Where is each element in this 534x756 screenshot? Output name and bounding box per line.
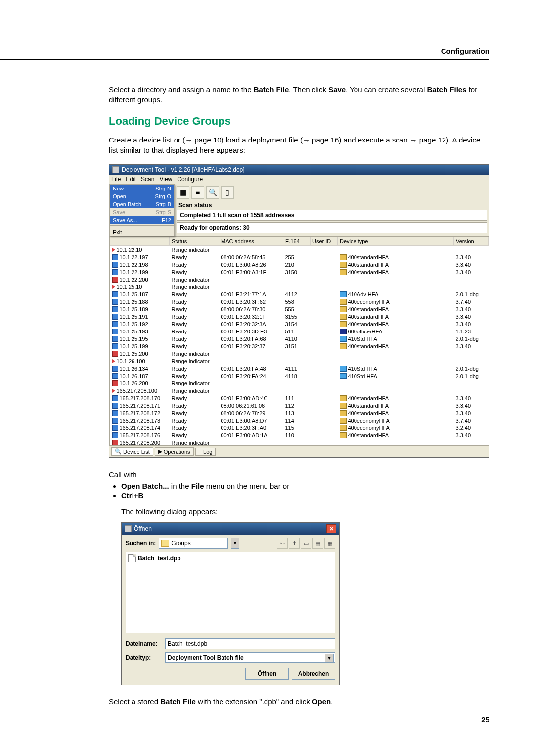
- t: Open: [312, 697, 331, 706]
- scan-status-group: Scan status Completed 1 full scan of 155…: [177, 202, 487, 233]
- menu-item[interactable]: Configure: [177, 176, 203, 183]
- column-header[interactable]: MAC address: [219, 237, 283, 246]
- folder-icon: [161, 540, 169, 547]
- list-item: Open Batch... in the File menu on the me…: [121, 482, 490, 490]
- column-header[interactable]: [110, 237, 170, 246]
- menu-item[interactable]: File: [111, 176, 121, 183]
- file-item[interactable]: Batch_test.dpb: [128, 554, 333, 562]
- table-row[interactable]: 10.1.25.188Ready00:01:E3:20:3F:62558400e…: [110, 298, 489, 305]
- find-icon[interactable]: 🔍: [206, 186, 219, 199]
- table-row[interactable]: 10.1.25.187Ready00:01:E3:21:77:1A4112410…: [110, 290, 489, 298]
- tab[interactable]: 🔍Device List: [111, 447, 153, 456]
- table-row[interactable]: 10.1.22.199Ready00:01:E3:00:A3:1F3150400…: [110, 268, 489, 276]
- table-row[interactable]: 165.217.208.173Ready00:01:E3:00:A8:D7114…: [110, 417, 489, 424]
- dialog-title: Öffnen: [134, 525, 152, 532]
- row-status-icon: [112, 380, 118, 386]
- filename-fields: Dateiname: Batch_test.dpb Dateityp: Depl…: [122, 633, 339, 668]
- dialog-appears: The following dialog appears:: [121, 507, 490, 516]
- open-button[interactable]: Öffnen: [245, 668, 289, 680]
- row-status-icon: [112, 418, 118, 424]
- row-status-icon: [112, 262, 118, 268]
- new-folder-icon[interactable]: ▭: [301, 538, 312, 549]
- call-with: Call with: [109, 470, 490, 480]
- column-header[interactable]: E.164: [283, 237, 311, 246]
- table-row[interactable]: 10.1.22.197Ready08:00:06:2A:58:45255400s…: [110, 253, 489, 261]
- table-row[interactable]: 10.1.25.200Range indicator: [110, 350, 489, 357]
- row-status-icon: [112, 291, 118, 297]
- table-row[interactable]: 10.1.25.10Range indicator: [110, 283, 489, 290]
- menu-option[interactable]: Save As...F12: [110, 216, 174, 224]
- t: .: [331, 697, 333, 706]
- menu-item[interactable]: View: [159, 176, 172, 183]
- t: File: [191, 482, 204, 490]
- tab[interactable]: ≡Log: [195, 448, 216, 456]
- close-icon[interactable]: ✕: [326, 524, 336, 533]
- menu-option[interactable]: OpenStrg-O: [110, 192, 174, 200]
- table-row[interactable]: 165.217.208.172Ready08:00:06:2A:78:29113…: [110, 409, 489, 417]
- list-view-icon[interactable]: ▤: [312, 538, 323, 549]
- t: Batch File: [160, 697, 196, 706]
- menu-option[interactable]: Exit: [110, 228, 174, 236]
- table-row[interactable]: 10.1.26.100Range indicator: [110, 357, 489, 365]
- bottom-tabs[interactable]: 🔍Device List▶Operations≡Log: [109, 445, 489, 457]
- row-status-icon: [112, 432, 118, 438]
- table-row[interactable]: 10.1.25.191Ready00:01:E3:20:32:1F3155400…: [110, 313, 489, 320]
- column-header[interactable]: Status: [170, 237, 219, 246]
- table-row[interactable]: 10.1.25.192Ready00:01:E3:20:32:3A3154400…: [110, 320, 489, 328]
- table-row[interactable]: 10.1.22.10Range indicator: [110, 246, 489, 254]
- menu-item[interactable]: Edit: [126, 176, 136, 183]
- filename-input[interactable]: Batch_test.dpb: [165, 638, 335, 649]
- row-status-icon: [112, 248, 115, 252]
- table-row[interactable]: 10.1.26.134Ready00:01:E3:20:FA:484111410…: [110, 365, 489, 372]
- table-row[interactable]: 10.1.25.199Ready00:01:E3:20:32:373151400…: [110, 342, 489, 350]
- table-row[interactable]: 10.1.26.200Range indicator: [110, 379, 489, 387]
- row-status-icon: [112, 269, 118, 275]
- table-row[interactable]: 165.217.208.176Ready00:01:E3:00:AD:1A110…: [110, 431, 489, 439]
- tab[interactable]: ▶Operations: [155, 447, 194, 456]
- column-header[interactable]: Device type: [338, 237, 454, 246]
- table-row[interactable]: 10.1.25.189Ready08:00:06:2A:78:30555400s…: [110, 305, 489, 313]
- column-header[interactable]: User ID: [311, 237, 338, 246]
- tab-icon: ▶: [158, 448, 162, 455]
- back-icon[interactable]: ⤺: [277, 538, 288, 549]
- row-status-icon: [112, 321, 118, 327]
- toolbar-button[interactable]: ▦: [177, 186, 189, 199]
- t: Batch File: [254, 85, 289, 94]
- table-row[interactable]: 165.217.208.171Ready08:00:06:21:61:06112…: [110, 402, 489, 409]
- toolbar-button[interactable]: ▯: [221, 186, 234, 199]
- table-row[interactable]: 165.217.208.100Range indicator: [110, 387, 489, 394]
- table-row[interactable]: 165.217.208.170Ready00:01:E3:00:AD:4C111…: [110, 394, 489, 402]
- table-row[interactable]: 10.1.25.193Ready00:01:E3:20:3D:E3511600o…: [110, 328, 489, 335]
- row-status-icon: [112, 373, 118, 379]
- table-row[interactable]: 10.1.25.195Ready00:01:E3:20:FA:684110410…: [110, 335, 489, 342]
- row-status-icon: [112, 343, 118, 349]
- table-row[interactable]: 165.217.208.200Range indicator: [110, 439, 489, 445]
- cancel-button[interactable]: Abbrechen: [292, 668, 335, 680]
- filetype-dropdown[interactable]: Deployment Tool Batch file: [165, 652, 335, 663]
- chevron-down-icon[interactable]: ▼: [231, 538, 239, 549]
- menu-option[interactable]: NewStrg-N: [110, 185, 174, 192]
- folder-dropdown[interactable]: Groups: [159, 538, 228, 549]
- t: page 10) load a deployment file (: [192, 136, 303, 144]
- file-list[interactable]: Batch_test.dpb: [126, 552, 335, 633]
- ready-count-message: Ready for operations: 30: [177, 222, 487, 233]
- device-table[interactable]: StatusMAC addressE.164User IDDevice type…: [109, 236, 489, 445]
- table-row[interactable]: 10.1.22.198Ready00:01:E3:00:A8:26210400s…: [110, 261, 489, 268]
- file-menu-dropdown[interactable]: NewStrg-NOpenStrg-OOpen BatchStrg-BSaveS…: [109, 184, 175, 236]
- details-view-icon[interactable]: ▦: [324, 538, 335, 549]
- filetype-label: Dateityp:: [126, 654, 165, 661]
- table-row[interactable]: 165.217.208.174Ready00:01:E3:20:3F:A0115…: [110, 424, 489, 431]
- column-header[interactable]: Version: [454, 237, 489, 246]
- row-status-icon: [112, 440, 118, 446]
- look-in-label: Suchen in:: [126, 540, 156, 547]
- table-row[interactable]: 10.1.26.187Ready00:01:E3:20:FA:244118410…: [110, 372, 489, 379]
- table-row[interactable]: 10.1.22.200Range indicator: [110, 276, 489, 283]
- up-icon[interactable]: ⬆: [289, 538, 300, 549]
- menu-bar[interactable]: FileEditScanViewConfigure: [109, 175, 489, 184]
- toolbar-button[interactable]: ≡: [191, 186, 204, 199]
- menu-option[interactable]: Open BatchStrg-B: [110, 200, 174, 208]
- menu-item[interactable]: Scan: [141, 176, 154, 183]
- tab-icon: 🔍: [115, 448, 122, 455]
- dialog-buttons: Öffnen Abbrechen: [122, 668, 339, 685]
- arrow-icon: →: [410, 136, 417, 144]
